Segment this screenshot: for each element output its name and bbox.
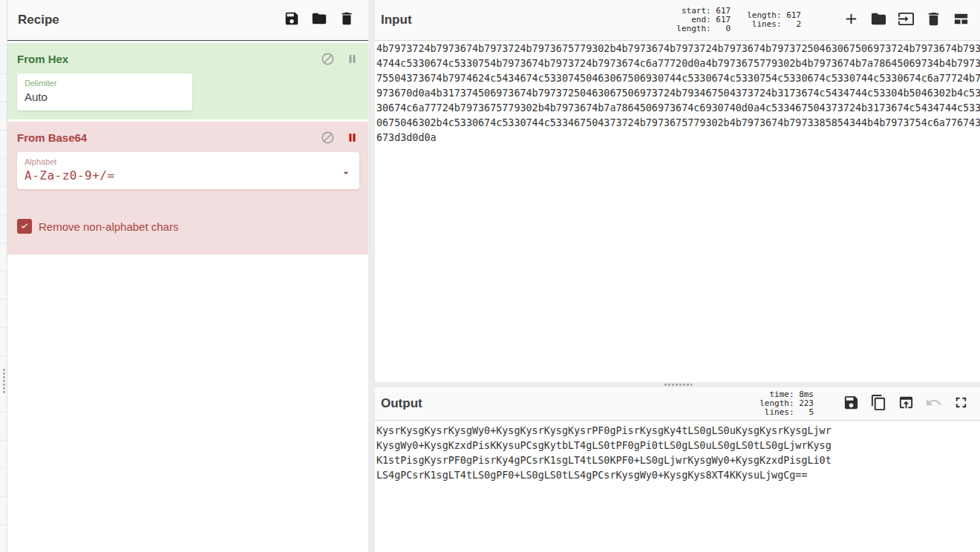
recipe-list: From Hex Delimiter Auto From Base64	[7, 43, 368, 254]
operation-from-hex[interactable]: From Hex Delimiter Auto	[7, 43, 368, 119]
disable-operation-icon[interactable]	[321, 131, 335, 145]
alphabet-value[interactable]: A-Za-z0-9+/=	[24, 169, 352, 183]
recipe-panel: Recipe From Hex Delimiter Auto	[7, 0, 368, 552]
plus-icon	[843, 10, 860, 30]
input-header: Input start:617 end:617 length:0 length:…	[375, 0, 980, 41]
load-recipe-button[interactable]	[311, 10, 327, 30]
input-arrow-icon	[898, 10, 915, 30]
output-title: Output	[381, 396, 760, 411]
input-title: Input	[381, 13, 676, 27]
fullscreen-icon	[953, 394, 970, 414]
layout-icon	[953, 10, 970, 30]
output-textarea[interactable]: KysrKysgKysrKysgWy0+KysgKysrKysgKysrPF0g…	[375, 421, 980, 551]
operation-from-base64[interactable]: From Base64 Alphabet A-Za-z0-9+/= Remove…	[7, 122, 368, 254]
delimiter-value[interactable]: Auto	[24, 91, 185, 104]
open-file-button[interactable]	[898, 10, 915, 30]
open-folder-button[interactable]	[870, 10, 887, 30]
save-icon	[843, 394, 860, 414]
clear-recipe-button[interactable]	[339, 10, 355, 30]
save-recipe-button[interactable]	[284, 10, 300, 30]
stat-value: 2	[782, 20, 801, 29]
trash-icon	[339, 10, 355, 30]
maximize-output-button[interactable]	[953, 394, 970, 414]
delimiter-field[interactable]: Delimiter Auto	[17, 73, 192, 111]
trash-icon	[925, 10, 942, 30]
operation-title-row: From Base64	[7, 122, 368, 149]
stat-label: lines:	[760, 408, 794, 417]
tab-layout-button[interactable]	[953, 10, 970, 30]
alphabet-select[interactable]: Alphabet A-Za-z0-9+/=	[17, 152, 359, 189]
io-panel: Input start:617 end:617 length:0 length:…	[375, 0, 980, 552]
undo-button[interactable]	[925, 394, 942, 414]
chevron-down-icon[interactable]	[340, 167, 352, 179]
checkbox-label: Remove non-alphabet chars	[39, 220, 178, 233]
checkbox-checked-icon[interactable]	[17, 219, 32, 234]
stat-value: 0	[711, 24, 731, 33]
splitter-grip[interactable]	[664, 384, 692, 386]
open-in-browser-icon	[898, 394, 915, 414]
recipe-header: Recipe	[7, 0, 368, 41]
operation-name: From Base64	[17, 131, 310, 144]
operations-panel-collapsed	[0, 0, 7, 552]
folder-icon	[870, 10, 887, 30]
folder-icon	[311, 10, 327, 30]
replace-input-button[interactable]	[898, 394, 915, 414]
ingredients: Delimiter Auto	[7, 70, 368, 119]
input-header-icons	[832, 10, 970, 30]
input-selection-info: start:617 end:617 length:0	[676, 7, 731, 33]
undo-icon	[925, 394, 942, 414]
recipe-io-splitter[interactable]	[368, 0, 375, 552]
output-header-icons	[832, 394, 970, 414]
disable-operation-icon[interactable]	[321, 52, 335, 66]
input-stats: start:617 end:617 length:0 length:617 li…	[676, 7, 801, 33]
stat-label: length:	[676, 24, 710, 33]
input-document-info: length:617 lines:2	[747, 11, 801, 29]
operation-name: From Hex	[17, 53, 310, 65]
stat-value: 5	[794, 408, 814, 417]
save-output-button[interactable]	[843, 394, 860, 414]
remove-non-alphabet-checkbox[interactable]: Remove non-alphabet chars	[7, 198, 368, 254]
cyberchef-app: Recipe From Hex Delimiter Auto	[0, 0, 980, 552]
output-pane: Output time:8ms length:223 lines:5 KysrK…	[375, 387, 980, 551]
input-pane: Input start:617 end:617 length:0 length:…	[375, 0, 980, 382]
ingredients: Alphabet A-Za-z0-9+/=	[7, 149, 368, 198]
save-icon	[284, 10, 300, 30]
stat-label: lines:	[747, 20, 781, 29]
copy-output-button[interactable]	[870, 394, 887, 414]
add-input-tab-button[interactable]	[843, 10, 860, 30]
breakpoint-icon[interactable]	[345, 52, 359, 66]
input-textarea[interactable]: 4b7973724b7973674b7973724b7973675779302b…	[375, 41, 980, 381]
output-header: Output time:8ms length:223 lines:5	[375, 387, 980, 421]
clear-io-button[interactable]	[925, 10, 942, 30]
copy-icon	[870, 394, 887, 414]
delimiter-label: Delimiter	[24, 79, 185, 88]
operations-list-edge	[0, 18, 7, 537]
input-output-splitter[interactable]	[375, 382, 980, 387]
output-stats: time:8ms length:223 lines:5	[760, 390, 814, 417]
breakpoint-icon-active[interactable]	[345, 131, 359, 145]
operations-splitter-grip[interactable]	[3, 369, 5, 393]
operation-title-row: From Hex	[7, 43, 368, 70]
recipe-title: Recipe	[18, 13, 272, 27]
alphabet-label: Alphabet	[24, 157, 352, 167]
